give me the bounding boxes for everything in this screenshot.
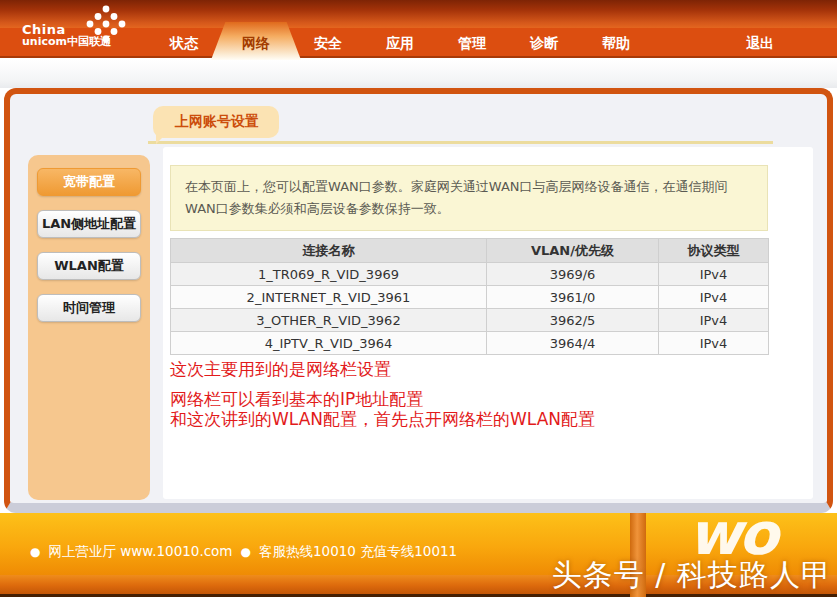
tab-application[interactable]: 应用: [364, 28, 436, 58]
tab-security-label: 安全: [314, 35, 342, 51]
header-spacer: [0, 60, 837, 88]
brand-line1: China: [22, 23, 111, 37]
tab-application-label: 应用: [386, 35, 414, 51]
cell-vlan-priority: 3961/0: [487, 286, 659, 309]
sidebar-item-lan-address-config[interactable]: LAN侧地址配置: [37, 210, 141, 238]
annotation-line-2: 网络栏可以看到基本的IP地址配置: [170, 389, 595, 410]
cell-connection-name: 3_OTHER_R_VID_3962: [171, 309, 487, 332]
cell-connection-name: 1_TR069_R_VID_3969: [171, 263, 487, 286]
brand-name: China unicom中国联通: [22, 23, 111, 48]
tab-management-label: 管理: [458, 35, 486, 51]
tab-status[interactable]: 状态: [148, 28, 220, 58]
annotation-line-1: 这次主要用到的是网络栏设置: [170, 359, 595, 380]
footer-contact-info: ● 网上营业厅 www.10010.com ● 客服热线10010 充值专线10…: [30, 543, 457, 561]
sidebar-item-broadband-config[interactable]: 宽带配置: [37, 168, 141, 196]
info-box: 在本页面上，您可以配置WAN口参数。家庭网关通过WAN口与高层网络设备通信，在通…: [170, 165, 768, 231]
header: China unicom中国联通 状态 网络 安全 应用 管理 诊断: [0, 0, 837, 60]
table-row: 2_INTERNET_R_VID_3961 3961/0 IPv4: [171, 286, 769, 309]
col-header-protocol-type: 协议类型: [659, 239, 769, 263]
table-row: 4_IPTV_R_VID_3964 3964/4 IPv4: [171, 332, 769, 355]
brand-line2: unicom中国联通: [22, 36, 111, 48]
table-header-row: 连接名称 VLAN/优先级 协议类型: [171, 239, 769, 263]
watermark-text: 头条号 / 科技路人甲: [552, 555, 832, 596]
tab-help[interactable]: 帮助: [580, 28, 652, 58]
bullet-icon: ●: [30, 546, 40, 558]
router-admin-page: China unicom中国联通 状态 网络 安全 应用 管理 诊断: [0, 0, 837, 597]
table-row: 3_OTHER_R_VID_3962 3962/5 IPv4: [171, 309, 769, 332]
tab-diagnosis[interactable]: 诊断: [508, 28, 580, 58]
table-row: 1_TR069_R_VID_3969 3969/6 IPv4: [171, 263, 769, 286]
cell-vlan-priority: 3962/5: [487, 309, 659, 332]
col-header-connection-name: 连接名称: [171, 239, 487, 263]
tab-status-label: 状态: [170, 35, 198, 51]
footer-portal-text: 网上营业厅 www.10010.com: [48, 543, 232, 561]
tab-security[interactable]: 安全: [292, 28, 364, 58]
footer-hotline-text: 客服热线10010 充值专线10011: [259, 543, 457, 561]
cell-protocol-type: IPv4: [659, 332, 769, 355]
subtab-internet-account-settings[interactable]: 上网账号设置: [153, 106, 279, 138]
logout-label: 退出: [746, 35, 774, 51]
china-unicom-logo: China unicom中国联通: [16, 4, 144, 56]
info-text: 在本页面上，您可以配置WAN口参数。家庭网关通过WAN口与高层网络设备通信，在通…: [185, 179, 728, 216]
annotation-line-3: 和这次讲到的WLAN配置，首先点开网络栏的WLAN配置: [170, 409, 595, 430]
tab-help-label: 帮助: [602, 35, 630, 51]
sidebar-item-time-management[interactable]: 时间管理: [37, 294, 141, 322]
tab-network-label: 网络: [242, 35, 270, 51]
cell-connection-name: 4_IPTV_R_VID_3964: [171, 332, 487, 355]
subtab-divider: [148, 141, 773, 144]
sidebar: 宽带配置 LAN侧地址配置 WLAN配置 时间管理: [28, 155, 150, 500]
tab-network[interactable]: 网络: [220, 28, 292, 58]
cell-vlan-priority: 3969/6: [487, 263, 659, 286]
cell-protocol-type: IPv4: [659, 263, 769, 286]
sidebar-item-wlan-config[interactable]: WLAN配置: [37, 252, 141, 280]
red-annotation: 这次主要用到的是网络栏设置 网络栏可以看到基本的IP地址配置 和这次讲到的WLA…: [170, 359, 595, 430]
bullet-icon: ●: [241, 546, 251, 558]
tab-diagnosis-label: 诊断: [530, 35, 558, 51]
cell-protocol-type: IPv4: [659, 286, 769, 309]
col-header-vlan-priority: VLAN/优先级: [487, 239, 659, 263]
tab-management[interactable]: 管理: [436, 28, 508, 58]
subtab-label: 上网账号设置: [175, 113, 259, 129]
cell-connection-name: 2_INTERNET_R_VID_3961: [171, 286, 487, 309]
cell-vlan-priority: 3964/4: [487, 332, 659, 355]
main-nav: 状态 网络 安全 应用 管理 诊断 帮助 退出: [148, 28, 837, 58]
logout-button[interactable]: 退出: [724, 28, 796, 58]
main-panel: 上网账号设置 宽带配置 LAN侧地址配置 WLAN配置 时间管理 在本页面上，您…: [4, 88, 833, 513]
cell-protocol-type: IPv4: [659, 309, 769, 332]
wan-connections-table: 连接名称 VLAN/优先级 协议类型 1_TR069_R_VID_3969 39…: [170, 238, 769, 355]
